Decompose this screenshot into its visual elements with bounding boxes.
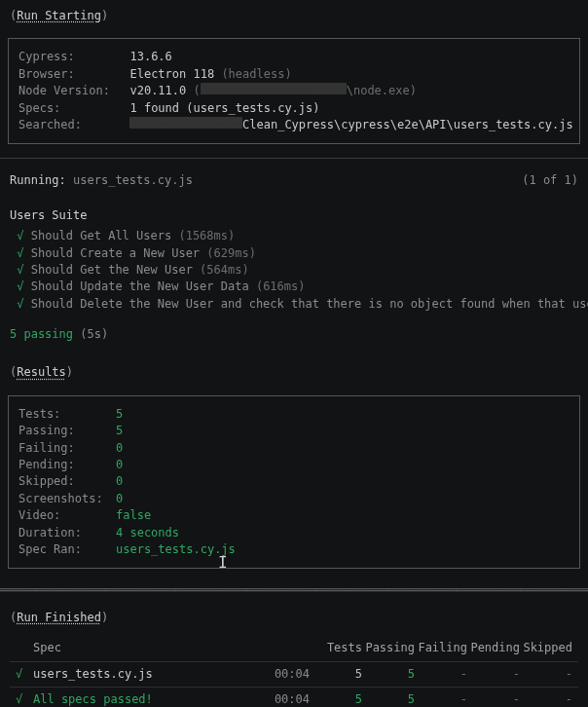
results-skipped: 0 <box>116 473 123 490</box>
env-cypress-row: Cypress: 13.6.6 <box>18 49 570 65</box>
divider <box>0 158 588 159</box>
test-row: √ Should Get All Users (1568ms) <box>0 228 588 244</box>
env-label: Browser: <box>18 66 116 83</box>
env-browser-row: Browser: Electron 118 (headless) <box>18 66 570 83</box>
double-rule: ════════════════════════════════════════… <box>0 582 588 599</box>
env-info-box: Cypress: 13.6.6 Browser: Electron 118 (h… <box>8 38 580 144</box>
results-header: (Results) <box>0 356 588 389</box>
paren-close: ) <box>101 611 108 624</box>
test-name: Should Create a New User <box>31 246 200 260</box>
th-spec: Spec <box>16 640 310 656</box>
run-finished-header: (Run Finished) <box>0 610 588 636</box>
paren-close: ) <box>66 365 73 379</box>
test-name: Should Get All Users <box>31 229 172 242</box>
table-final-row: √ All specs passed! 00:04 5 5 - - - <box>10 687 578 707</box>
env-label: Specs: <box>18 100 116 117</box>
results-label: Tests: <box>18 406 116 423</box>
env-label: Searched: <box>18 117 116 133</box>
table-row: √ users_tests.cy.js 00:04 5 5 - - - <box>10 661 578 687</box>
check-icon: √ <box>17 279 23 293</box>
test-duration: (629ms) <box>206 246 256 260</box>
row-failing: - <box>415 666 467 683</box>
run-starting-text: Run Starting <box>17 9 101 22</box>
running-label: Running: <box>10 173 66 187</box>
passing-count: 5 passing <box>10 327 73 341</box>
results-label: Failing: <box>18 440 116 457</box>
test-row: √ Should Delete the New User and check t… <box>0 296 588 313</box>
final-passing: 5 <box>362 691 415 707</box>
browser-name: Electron 118 <box>129 66 214 83</box>
check-icon: √ <box>17 246 23 260</box>
results-label: Spec Ran: <box>18 541 116 558</box>
table-header-row: Spec Tests Passing Failing Pending Skipp… <box>10 636 578 660</box>
results-box: Tests:5 Passing:5 Failing:0 Pending:0 Sk… <box>8 395 580 570</box>
results-tests: 5 <box>116 406 123 423</box>
cypress-version: 13.6.6 <box>129 49 171 65</box>
row-tests: 5 <box>310 666 362 683</box>
redacted-path: xxxxxxxxxxxxxxxx <box>201 83 347 94</box>
test-row: √ Should Get the New User (564ms) <box>0 262 588 279</box>
suite-title: Users Suite <box>0 190 588 228</box>
row-spec: users_tests.cy.js <box>27 666 251 683</box>
run-starting-header: (Run Starting) <box>0 0 588 32</box>
results-duration: 4 seconds <box>116 525 179 541</box>
running-counter: (1 of 1) <box>522 172 578 189</box>
results-label: Video: <box>18 507 116 524</box>
test-row: √ Should Update the New User Data (616ms… <box>0 279 588 295</box>
test-name: Should Get the New User <box>31 263 193 277</box>
results-label: Skipped: <box>18 473 116 490</box>
check-icon: √ <box>16 691 27 707</box>
check-icon: √ <box>17 297 23 311</box>
final-tests: 5 <box>310 691 362 707</box>
browser-mode: (headless) <box>221 66 291 83</box>
running-file: users_tests.cy.js <box>73 173 193 187</box>
test-duration: (564ms) <box>200 263 249 277</box>
row-time: 00:04 <box>251 666 310 683</box>
results-label: Pending: <box>18 457 116 473</box>
th-skipped: Skipped <box>520 640 572 656</box>
results-label: Passing: <box>18 423 116 439</box>
passing-summary: 5 passing (5s) <box>0 313 588 356</box>
results-text: Results <box>17 365 66 379</box>
text-cursor-icon: I <box>218 551 228 574</box>
row-passing: 5 <box>362 666 415 683</box>
specs-value: 1 found (users_tests.cy.js) <box>129 100 319 117</box>
test-row: √ Should Create a New User (629ms) <box>0 245 588 262</box>
th-tests: Tests <box>310 640 362 656</box>
env-label: Cypress: <box>18 49 116 65</box>
test-name: Should Delete the New User and check tha… <box>31 297 588 311</box>
check-icon: √ <box>17 229 23 242</box>
summary-table: Spec Tests Passing Failing Pending Skipp… <box>0 636 588 707</box>
th-pending: Pending <box>467 640 520 656</box>
final-pending: - <box>467 691 520 707</box>
node-tail: \node.exe) <box>347 83 417 99</box>
passing-time: (5s) <box>80 327 108 341</box>
env-node-row: Node Version: v20.11.0 (xxxxxxxxxxxxxxxx… <box>18 83 570 99</box>
env-label: Node Version: <box>18 83 116 99</box>
running-line: Running: users_tests.cy.js (1 of 1) <box>0 172 588 189</box>
final-skipped: - <box>520 691 572 707</box>
check-icon: √ <box>17 263 23 277</box>
results-pending: 0 <box>116 457 123 473</box>
th-passing: Passing <box>362 640 415 656</box>
results-label: Duration: <box>18 525 116 541</box>
results-passing: 5 <box>116 423 123 439</box>
results-video: false <box>116 507 151 524</box>
row-skipped: - <box>520 666 572 683</box>
th-failing: Failing <box>415 640 467 656</box>
redacted-path: xxxxxxxxxxxxxxxx <box>129 117 242 129</box>
test-duration: (616ms) <box>256 279 306 293</box>
row-pending: - <box>467 666 520 683</box>
final-failing: - <box>415 691 467 707</box>
env-searched-row: Searched: xxxxxxxxxxxxxxxxClean_Cypress\… <box>18 117 570 133</box>
node-version: v20.11.0 <box>129 83 186 99</box>
check-icon: √ <box>16 666 27 683</box>
paren-close: ) <box>101 9 108 22</box>
test-duration: (1568ms) <box>178 229 235 242</box>
env-specs-row: Specs: 1 found (users_tests.cy.js) <box>18 100 570 117</box>
results-failing: 0 <box>116 440 123 457</box>
final-time: 00:04 <box>251 691 310 707</box>
test-name: Should Update the New User Data <box>31 279 249 293</box>
run-finished-text: Run Finished <box>17 611 101 624</box>
searched-tail: Clean_Cypress\cypress\e2e\API\users_test… <box>242 117 573 133</box>
